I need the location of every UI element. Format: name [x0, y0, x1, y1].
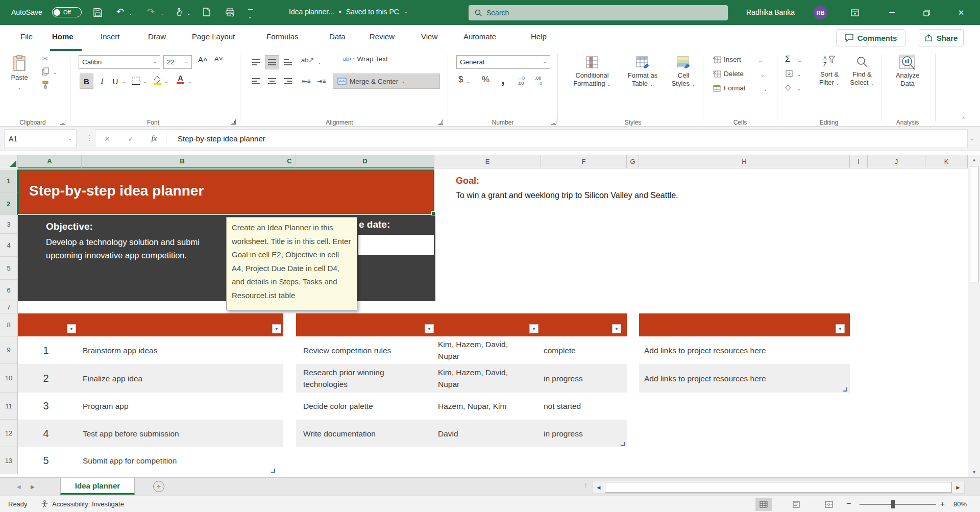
zoom-out-button[interactable]: − [846, 499, 851, 508]
sheet-nav-right-icon[interactable]: ▶ [31, 484, 35, 490]
vertical-scrollbar[interactable]: ▲ ▼ [968, 155, 980, 477]
format-cells-button[interactable]: Format [713, 84, 746, 92]
tab-file[interactable]: File [20, 32, 33, 41]
resource-cell[interactable]: Add links to project resources here [644, 364, 843, 393]
font-name-select[interactable]: Calibri⌄ [79, 55, 160, 69]
column-header-a[interactable]: A [18, 155, 82, 168]
comments-button[interactable]: Comments [836, 29, 905, 46]
tab-insert[interactable]: Insert [101, 32, 120, 41]
column-header-g[interactable]: G [627, 155, 639, 168]
tab-draw[interactable]: Draw [148, 32, 166, 41]
italic-button[interactable]: I [96, 74, 108, 89]
increase-indent-button[interactable]: ⇥≡ [314, 74, 329, 89]
step-number-cell[interactable]: 3 [18, 393, 74, 420]
merge-center-button[interactable]: Merge & Center ⌄ [333, 74, 440, 89]
due-date-cell[interactable] [358, 235, 434, 255]
steps-table-resize-handle[interactable] [271, 469, 275, 473]
wrap-text-button[interactable]: ab↩ Wrap Text [343, 55, 388, 63]
name-box[interactable]: A1 ⌄ [4, 129, 77, 148]
steps-filter-button[interactable]: ▼ [67, 324, 76, 333]
task-cell[interactable]: Decide color palette [303, 393, 422, 420]
underline-chevron-icon[interactable]: ⌄ [122, 80, 127, 84]
autosum-button[interactable]: Σ [785, 54, 791, 64]
column-header-k[interactable]: K [925, 155, 968, 168]
share-button[interactable]: Share [919, 29, 964, 46]
new-file-button[interactable] [203, 8, 210, 16]
step-number-cell[interactable]: 5 [18, 447, 74, 474]
tab-automate[interactable]: Automate [463, 32, 496, 41]
selection-fill-handle[interactable] [431, 211, 435, 215]
copy-chevron-icon[interactable]: ⌄ [53, 70, 57, 75]
save-status-chevron-icon[interactable]: ⌄ [404, 10, 408, 14]
select-all-corner[interactable] [0, 155, 18, 168]
underline-button[interactable]: U [109, 74, 121, 89]
zoom-slider-track[interactable] [860, 504, 936, 505]
fill-color-chevron-icon[interactable]: ⌄ [164, 80, 168, 84]
resource-table-header[interactable] [639, 313, 850, 336]
assigned-cell[interactable]: Hazem, Nupar, Kim [438, 393, 540, 420]
fill-color-button[interactable] [153, 76, 162, 85]
search-input[interactable]: Search [469, 5, 728, 20]
user-name[interactable]: Radhika Banka [746, 8, 795, 16]
row-header-7[interactable]: 7 [0, 301, 18, 313]
status-cell[interactable]: not started [544, 393, 620, 420]
font-dialog-launcher[interactable] [231, 119, 236, 125]
formula-value[interactable]: Step-by-step idea planner [166, 134, 265, 143]
increase-font-button[interactable]: A˄ [198, 55, 208, 64]
accessibility-status[interactable]: Accessibility: Investigate [52, 500, 124, 508]
tasks-filter-button[interactable]: ▼ [425, 324, 434, 333]
formula-field[interactable]: ✕ ✓ fx Step-by-step idea planner [95, 129, 968, 148]
analyze-data-button[interactable]: AnalyzeData [889, 53, 926, 88]
autosave-toggle[interactable]: Off [52, 7, 82, 17]
task-cell[interactable]: Review competition rules [303, 336, 422, 364]
zoom-in-button[interactable]: + [940, 499, 945, 508]
orientation-button[interactable]: ab↗ [301, 56, 314, 64]
format-painter-button[interactable] [42, 81, 49, 89]
step-number-cell[interactable]: 1 [18, 336, 74, 364]
find-select-button[interactable]: Find &Select ⌄ [846, 53, 878, 87]
row-header-10[interactable]: 10 [0, 364, 18, 393]
horizontal-scroll-thumb[interactable] [605, 482, 952, 493]
currency-button[interactable]: $ [458, 75, 463, 85]
row-header-2[interactable]: 2 [0, 193, 18, 215]
font-color-chevron-icon[interactable]: ⌄ [188, 80, 192, 84]
column-header-f[interactable]: F [541, 155, 627, 168]
undo-chevron-icon[interactable]: ⌄ [129, 11, 133, 16]
tab-review[interactable]: Review [370, 32, 395, 41]
tasks-table-header[interactable] [296, 313, 627, 336]
insert-function-icon[interactable]: fx [142, 134, 166, 143]
fill-chevron-icon[interactable]: ⌄ [797, 72, 801, 77]
column-header-d[interactable]: D [296, 155, 434, 168]
tab-formulas[interactable]: Formulas [266, 32, 299, 41]
column-header-b[interactable]: B [82, 155, 283, 168]
tab-view[interactable]: View [421, 32, 437, 41]
sheet-tab-idea-planner[interactable]: Idea planner [60, 478, 135, 495]
row-header-6[interactable]: 6 [0, 280, 18, 301]
step-desc-cell[interactable]: Submit app for competition [83, 447, 277, 474]
column-header-i[interactable]: I [850, 155, 868, 168]
number-format-select[interactable]: General⌄ [456, 55, 550, 69]
comma-style-button[interactable]: , [501, 71, 505, 87]
clear-button[interactable]: ◇ [785, 83, 791, 92]
goal-text[interactable]: To win a grant and weeklong trip to Sili… [456, 191, 678, 200]
resource-cell[interactable]: Add links to project resources here [644, 336, 843, 364]
save-button[interactable] [93, 8, 102, 17]
decrease-decimal-button[interactable]: .00→0 [535, 76, 542, 86]
name-box-resize-handle[interactable]: ⋮ [86, 134, 93, 142]
step-desc-cell[interactable]: Program app [83, 393, 277, 420]
step-desc-cell[interactable]: Brainstorm app ideas [83, 336, 277, 364]
normal-view-button[interactable] [755, 498, 772, 511]
resource-filter-button[interactable]: ▼ [836, 324, 845, 333]
ribbon-display-options-button[interactable] [847, 5, 863, 20]
minimize-button[interactable] [884, 5, 899, 20]
clipboard-dialog-launcher[interactable] [60, 119, 65, 125]
orientation-chevron-icon[interactable]: ⌄ [317, 60, 322, 65]
column-header-e[interactable]: E [434, 155, 541, 168]
page-layout-view-button[interactable] [788, 498, 804, 511]
align-top-button[interactable] [249, 55, 263, 69]
horizontal-scrollbar[interactable]: ◀ ▶ [592, 481, 965, 494]
clear-chevron-icon[interactable]: ⌄ [797, 87, 801, 91]
step-number-cell[interactable]: 4 [18, 420, 74, 447]
row-header-13[interactable]: 13 [0, 447, 18, 474]
fill-button[interactable] [785, 69, 793, 78]
